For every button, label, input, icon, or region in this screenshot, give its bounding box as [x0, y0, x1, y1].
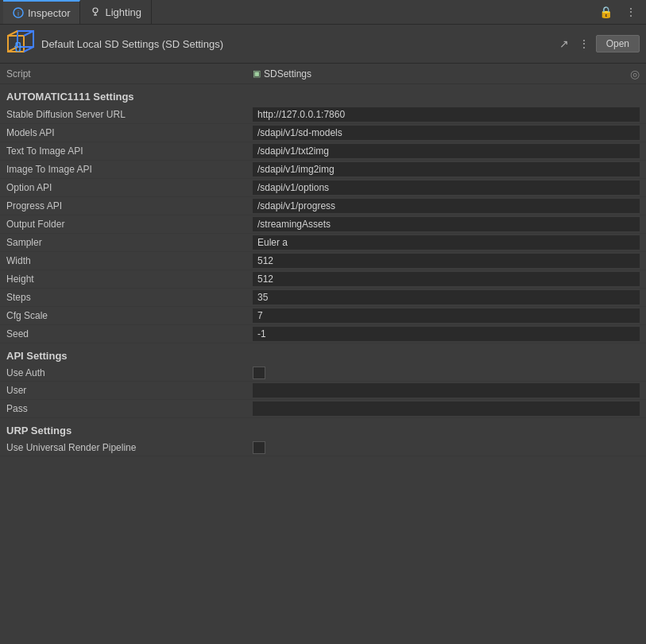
- prop-row-sd-server-url: Stable Diffusion Server URL: [0, 106, 646, 124]
- inspector-icon: i: [13, 7, 24, 18]
- prop-input-pass[interactable]: [253, 402, 640, 416]
- prop-row-user: User: [0, 382, 646, 400]
- prop-checkbox-use-auth[interactable]: [253, 367, 265, 379]
- prop-row-use-auth: Use Auth: [0, 365, 646, 382]
- prop-row-image-to-image-api: Image To Image API: [0, 161, 646, 179]
- object-title: Default Local SD Settings (SD Settings): [41, 38, 556, 50]
- prop-input-progress-api[interactable]: [253, 199, 640, 213]
- prop-input-option-api[interactable]: [253, 180, 640, 195]
- prop-input-user[interactable]: [253, 383, 640, 398]
- prop-row-pass: Pass: [0, 400, 646, 418]
- prop-row-output-folder: Output Folder: [0, 215, 646, 234]
- prop-label-pass: Pass: [6, 403, 253, 414]
- content-area: Script ▣ SDSettings ◎ AUTOMATIC1111 Sett…: [0, 64, 646, 644]
- prop-row-models-api: Models API: [0, 124, 646, 142]
- prop-row-height: Height: [0, 270, 646, 289]
- script-file-icon: ▣: [253, 68, 261, 79]
- prop-label-width: Width: [6, 255, 253, 266]
- svg-text:{}: {}: [14, 41, 22, 52]
- section-header-urp-settings: URP Settings: [0, 418, 646, 440]
- open-button[interactable]: Open: [596, 35, 640, 52]
- header-more-button[interactable]: ⋮: [575, 36, 593, 52]
- prop-checkbox-use-urp[interactable]: [253, 441, 265, 454]
- prop-input-text-to-image-api[interactable]: [253, 144, 640, 158]
- prop-label-option-api: Option API: [6, 182, 253, 193]
- prop-label-output-folder: Output Folder: [6, 219, 253, 230]
- script-filename: SDSettings: [264, 68, 311, 80]
- object-icon: {}: [6, 29, 35, 58]
- header-arrow-button[interactable]: ↗: [556, 36, 572, 52]
- header-actions: ↗ ⋮ Open: [556, 35, 640, 52]
- prop-row-option-api: Option API: [0, 179, 646, 197]
- tab-lighting-label: Lighting: [105, 6, 141, 18]
- svg-text:i: i: [17, 10, 19, 17]
- prop-label-sampler: Sampler: [6, 237, 253, 248]
- prop-row-steps: Steps: [0, 289, 646, 307]
- tab-inspector-label: Inspector: [28, 7, 70, 19]
- prop-input-sampler[interactable]: [253, 235, 640, 250]
- section-header-automatic1111: AUTOMATIC1111 Settings: [0, 84, 646, 106]
- script-row: Script ▣ SDSettings ◎: [0, 64, 646, 84]
- script-label: Script: [6, 68, 253, 80]
- prop-label-models-api: Models API: [6, 127, 253, 138]
- prop-row-width: Width: [0, 252, 646, 270]
- prop-input-image-to-image-api[interactable]: [253, 162, 640, 177]
- prop-input-width[interactable]: [253, 254, 640, 268]
- svg-point-2: [93, 8, 98, 13]
- prop-label-image-to-image-api: Image To Image API: [6, 164, 253, 175]
- sections-container: AUTOMATIC1111 SettingsStable Diffusion S…: [0, 84, 646, 456]
- script-circle-icon[interactable]: ◎: [630, 68, 640, 80]
- header-row: {} Default Local SD Settings (SD Setting…: [0, 25, 646, 64]
- tab-lighting[interactable]: Lighting: [80, 0, 152, 24]
- prop-row-seed: Seed: [0, 325, 646, 343]
- prop-input-steps[interactable]: [253, 290, 640, 305]
- script-value: ▣ SDSettings ◎: [253, 68, 640, 80]
- prop-label-use-urp: Use Universal Render Pipeline: [6, 442, 253, 453]
- prop-row-progress-api: Progress API: [0, 197, 646, 215]
- prop-input-sd-server-url[interactable]: [253, 107, 640, 122]
- more-options-button[interactable]: ⋮: [622, 4, 640, 20]
- prop-input-height[interactable]: [253, 272, 640, 286]
- prop-label-seed: Seed: [6, 328, 253, 339]
- lock-button[interactable]: 🔒: [596, 4, 616, 20]
- prop-input-models-api[interactable]: [253, 126, 640, 140]
- prop-label-use-auth: Use Auth: [6, 367, 253, 378]
- prop-label-steps: Steps: [6, 292, 253, 303]
- prop-label-text-to-image-api: Text To Image API: [6, 145, 253, 157]
- prop-label-sd-server-url: Stable Diffusion Server URL: [6, 109, 253, 120]
- prop-label-height: Height: [6, 274, 253, 285]
- prop-row-use-urp: Use Universal Render Pipeline: [0, 440, 646, 456]
- prop-row-sampler: Sampler: [0, 234, 646, 252]
- prop-label-user: User: [6, 385, 253, 396]
- prop-label-cfg-scale: Cfg Scale: [6, 310, 253, 321]
- prop-input-output-folder[interactable]: [253, 217, 640, 231]
- tab-inspector[interactable]: i Inspector: [3, 0, 80, 24]
- prop-row-text-to-image-api: Text To Image API: [0, 142, 646, 161]
- lighting-icon: [90, 6, 101, 17]
- prop-row-cfg-scale: Cfg Scale: [0, 307, 646, 325]
- section-header-api-settings: API Settings: [0, 343, 646, 365]
- prop-input-seed[interactable]: [253, 327, 640, 341]
- prop-input-cfg-scale[interactable]: [253, 308, 640, 323]
- tab-bar: i Inspector Lighting 🔒 ⋮: [0, 0, 646, 25]
- prop-label-progress-api: Progress API: [6, 200, 253, 211]
- tab-bar-actions: 🔒 ⋮: [596, 4, 643, 20]
